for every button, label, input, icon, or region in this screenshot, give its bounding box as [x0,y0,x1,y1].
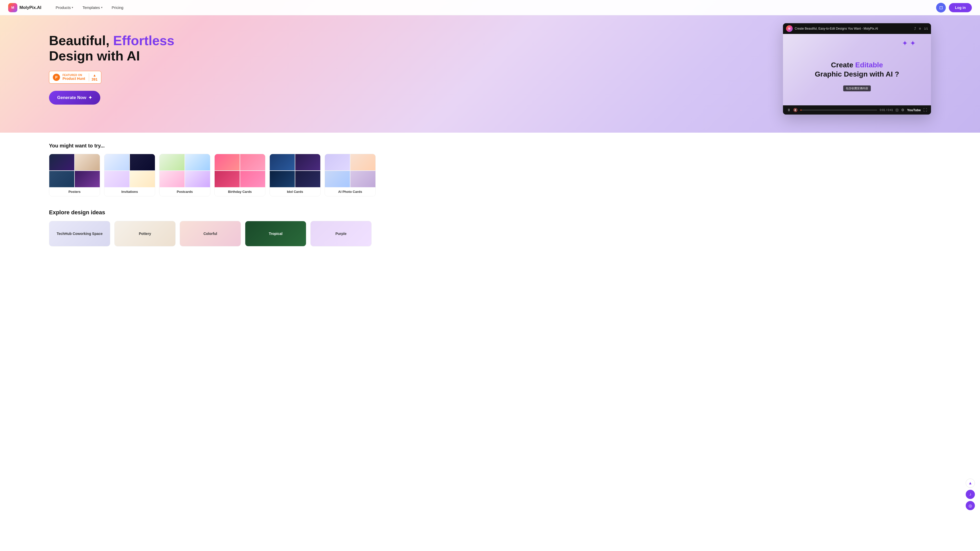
idol-cards-image [270,154,320,187]
invitations-card-image [104,154,155,187]
explore-card-pottery-inner: Pottery [115,221,175,246]
video-progress-fill [800,110,802,110]
hero-title: Beautiful, Effortless Design with AI [49,33,768,64]
suggestion-card-ai-photo-cards[interactable]: AI Photo Cards [325,154,375,197]
hero-title-line1: Beautiful, [49,33,113,48]
templates-chevron-icon: ▾ [101,6,103,9]
ai-photo-cards-image [325,154,375,187]
explore-card-tech[interactable]: TechHub Coworking Space [49,221,110,246]
discord-button[interactable]: ⊡ [936,3,946,13]
video-time: 0:01 / 0:41 [880,108,893,111]
video-chrome-top: M Create Beautiful, Easy-to-Edit Designs… [783,23,931,34]
explore-section: Explore design ideas TechHub Coworking S… [0,204,980,251]
explore-card-purple-inner: Purple [310,221,371,246]
video-page-indicator: 1/1 [924,27,928,30]
suggestions-title: You might want to try... [49,143,931,149]
video-title: Create Beautiful, Easy-to-Edit Designs Y… [795,27,878,30]
logo-text: MolyPix.AI [19,5,41,10]
explore-card-colorful-inner: Colorful [180,221,241,246]
postcards-label: Postcards [159,187,210,196]
suggestion-card-birthday-cards[interactable]: Birthday Cards [215,154,266,197]
explore-card-colorful[interactable]: Colorful [180,221,241,246]
video-share-icon[interactable]: ⤴ [914,27,916,30]
postcards-card-image [159,154,210,187]
video-graphic-text: Graphic Design with AI ? [815,70,899,78]
suggestions-grid: Posters Invitations [49,154,931,197]
video-decoration: ✦ ✦ [902,39,916,48]
video-logo-area: M Create Beautiful, Easy-to-Edit Designs… [786,25,878,32]
navbar: M MolyPix.AI Products ▾ Templates ▾ Pric… [0,0,980,15]
posters-card-image [49,154,100,187]
video-mute-icon[interactable]: 🔇 [793,108,797,112]
explore-card-tropical[interactable]: Tropical [245,221,306,246]
invitations-label: Invitations [104,187,155,196]
video-settings-icon[interactable]: ⚙ [901,108,904,112]
logo[interactable]: M MolyPix.AI [8,3,41,12]
sparkle-icon: ✦ [88,95,92,100]
explore-card-tech-inner: TechHub Coworking Space [49,221,110,246]
nav-right: ⊡ Log in [936,3,972,13]
video-progress-bar[interactable] [800,110,877,110]
video-editable-text: Editable [855,61,883,69]
video-main: ✦ ✦ Create Editable Graphic Design with … [783,34,931,105]
suggestion-card-idol-cards[interactable]: Idol Cards [269,154,321,197]
youtube-label: YouTube [907,108,921,112]
login-button[interactable]: Log in [949,3,972,12]
video-controls-top: ⤴ ≡ 1/1 [914,27,928,30]
hero-left: Beautiful, Effortless Design with AI P F… [49,33,768,105]
video-play-icon[interactable]: ⏸ [787,108,791,112]
video-fullscreen-icon[interactable]: ⛶ [923,108,927,112]
product-hunt-text: FEATURED ON Product Hunt [62,74,85,81]
hero-section: Beautiful, Effortless Design with AI P F… [0,0,980,133]
video-controls: ⏸ 🔇 0:01 / 0:41 ⊡ ⚙ YouTube ⛶ [783,105,931,114]
ai-photo-cards-label: AI Photo Cards [325,187,375,196]
explore-card-pottery[interactable]: Pottery [115,221,176,246]
idol-cards-label: Idol Cards [270,187,320,196]
posters-label: Posters [49,187,100,196]
suggestion-card-posters[interactable]: Posters [49,154,100,197]
video-logo-icon: M [786,25,793,32]
products-nav-link[interactable]: Products ▾ [52,3,77,12]
hero-title-accent: Effortless [113,33,174,48]
product-hunt-count: ▲ 391 [89,73,97,81]
suggestions-section: You might want to try... Posters [0,133,980,204]
product-hunt-icon: P [53,74,60,81]
product-hunt-badge[interactable]: P FEATURED ON Product Hunt ▲ 391 [49,71,101,84]
explore-card-tropical-inner: Tropical [245,221,306,246]
birthday-cards-image [215,154,265,187]
hero-video[interactable]: M Create Beautiful, Easy-to-Edit Designs… [783,23,931,114]
products-chevron-icon: ▾ [72,6,73,9]
pricing-nav-link[interactable]: Pricing [108,3,127,12]
suggestion-card-postcards[interactable]: Postcards [159,154,210,197]
discord-icon: ⊡ [939,5,943,11]
generate-now-button[interactable]: Generate Now ✦ [49,91,100,105]
nav-links: Products ▾ Templates ▾ Pricing [52,3,936,12]
birthday-cards-label: Birthday Cards [215,187,265,196]
hero-title-line2: Design with AI [49,48,140,63]
video-main-text: Create Editable Graphic Design with AI ? [815,60,899,79]
suggestion-card-invitations[interactable]: Invitations [104,154,155,197]
templates-nav-link[interactable]: Templates ▾ [78,3,107,12]
explore-title: Explore design ideas [49,209,931,216]
video-warning-label: 包含收費宣傳內容 [843,86,871,91]
video-subtitle-icon[interactable]: ⊡ [896,108,899,112]
logo-icon: M [8,3,18,12]
ph-arrow-icon: ▲ [93,73,96,77]
explore-card-purple[interactable]: Purple [310,221,372,246]
explore-grid: TechHub Coworking Space Pottery Colorful… [49,221,931,246]
video-create-text: Create [831,61,855,69]
video-menu-icon[interactable]: ≡ [919,27,921,30]
